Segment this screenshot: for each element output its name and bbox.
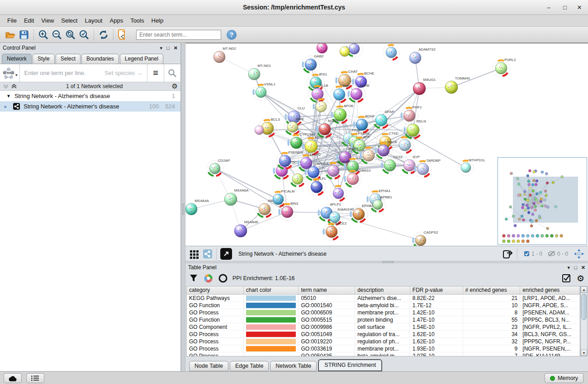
export-network-icon[interactable] <box>503 248 513 259</box>
tree-expand-icon[interactable]: ▼ <box>6 94 11 98</box>
network-options-gear-icon[interactable]: ⚙ <box>172 82 178 90</box>
collapse-all-icon[interactable] <box>3 84 9 89</box>
node-EPHA5[interactable]: EPHA5 <box>350 204 374 223</box>
node-MTHFD1L[interactable]: MTHFD1L <box>458 158 486 176</box>
string-logo-icon[interactable]: STRING <box>2 66 15 80</box>
scroll-up-arrow[interactable]: ▲ <box>581 286 587 293</box>
string-source-caret-icon[interactable]: ▾ <box>15 73 18 77</box>
automation-cloud-button[interactable] <box>4 373 22 383</box>
grid-mode-icon[interactable] <box>189 249 199 259</box>
node-ADAM10[interactable]: ADAM10 <box>344 169 371 188</box>
node-CD33[interactable]: CD33 <box>381 155 403 174</box>
help-button[interactable]: ? <box>227 30 237 40</box>
set-species-label[interactable]: Set species → <box>104 70 142 76</box>
table-row[interactable]: GO FunctionGO:0001540beta-amyloid bi...1… <box>187 302 580 309</box>
menu-edit[interactable]: Edit <box>20 16 38 25</box>
node-SMUG1[interactable]: SMUG1 <box>413 78 436 95</box>
zoom-out-button[interactable] <box>50 28 64 41</box>
splitter-grip[interactable] <box>182 203 184 215</box>
panel-undock-icon[interactable]: □ <box>166 45 170 51</box>
table-row[interactable]: GO ProcessGO:0051049regulation of tra...… <box>187 331 580 338</box>
zoom-selected-button[interactable] <box>77 28 91 41</box>
node-GFAP[interactable]: GFAP <box>373 110 394 129</box>
node-BCHE[interactable]: BCHE <box>352 71 375 91</box>
menu-file[interactable]: File <box>4 16 20 25</box>
column-header-1[interactable]: chart color <box>244 286 299 294</box>
column-header-6[interactable]: enriched genes <box>520 286 580 294</box>
tab-edge-table[interactable]: Edge Table <box>230 361 269 371</box>
table-row[interactable]: GO ProcessGO:0019220regulation of ph...1… <box>187 338 580 345</box>
string-network-mode-icon[interactable] <box>203 249 213 259</box>
column-header-4[interactable]: FDR p-value <box>410 286 463 294</box>
menu-select[interactable]: Select <box>57 16 81 25</box>
node-BACE2[interactable]: BACE2 <box>323 221 347 241</box>
table-row[interactable]: GO ProcessGO:0050435beta-amyloid m...2.0… <box>187 352 580 356</box>
clone-network-button[interactable] <box>116 28 130 41</box>
node-PSENEN[interactable]: PSENEN <box>276 150 303 170</box>
zoom-in-button[interactable] <box>37 28 50 41</box>
tab-boundaries[interactable]: Boundaries <box>81 54 119 64</box>
save-session-button[interactable] <box>17 28 31 41</box>
node-GAB2[interactable]: GAB2 <box>302 54 324 74</box>
string-query-placeholder[interactable]: Enter one term per line. <box>20 70 105 76</box>
network-collection-row[interactable]: ▼ String Network - Alzheimer's disease 1 <box>0 91 180 101</box>
menu-apps[interactable]: Apps <box>106 16 127 25</box>
string-options-button[interactable]: ≡ <box>147 64 164 82</box>
table-row[interactable]: GO ProcessGO:0006509membrane prot...1.42… <box>187 309 580 316</box>
menu-tools[interactable]: Tools <box>127 16 147 25</box>
node[interactable] <box>340 47 350 56</box>
memory-button[interactable]: Memory <box>545 373 583 383</box>
node-MT-ND2[interactable]: MT-ND2 <box>213 47 236 63</box>
zoom-fit-button[interactable] <box>64 28 77 41</box>
node[interactable] <box>317 43 327 53</box>
menu-layout[interactable]: Layout <box>81 16 106 25</box>
tab-network[interactable]: Network <box>2 54 32 64</box>
menu-help[interactable]: Help <box>148 16 167 25</box>
column-header-2[interactable]: term name <box>299 286 355 294</box>
tab-network-table[interactable]: Network Table <box>270 361 317 371</box>
search-input[interactable] <box>136 30 221 40</box>
node-TNF[interactable]: TNF <box>331 84 350 103</box>
filter-funnel-icon[interactable] <box>189 274 198 283</box>
minimize-button[interactable]: – <box>542 4 555 12</box>
node[interactable] <box>255 126 264 135</box>
pan-compass-icon[interactable] <box>574 248 584 259</box>
open-in-string-button[interactable] <box>220 248 232 260</box>
open-session-button[interactable] <box>4 28 17 41</box>
select-columns-icon[interactable] <box>562 274 571 283</box>
maximize-button[interactable]: □ <box>558 4 572 12</box>
panel-close-icon[interactable]: ✕ <box>174 45 178 51</box>
node[interactable] <box>383 44 400 61</box>
table-vertical-scrollbar[interactable]: ▲ ▼ <box>580 286 588 356</box>
node-ADAMTS2[interactable]: ADAMTS2 <box>409 47 436 64</box>
panel-undock-icon[interactable]: □ <box>574 265 577 270</box>
tab-style[interactable]: Style <box>33 54 55 64</box>
node-MS4A4A[interactable]: MS4A4A <box>185 199 209 215</box>
expand-all-icon[interactable] <box>11 84 17 89</box>
node-CADPS2[interactable]: CADPS2 <box>413 230 439 246</box>
table-row[interactable]: GO ProcessGO:0033619membrane prot...1.93… <box>187 345 580 352</box>
string-search-button[interactable] <box>164 64 180 82</box>
node-TARDBP[interactable]: TARDBP <box>414 159 441 178</box>
birds-eye-view[interactable] <box>498 157 587 245</box>
ring-chart-icon[interactable] <box>218 273 228 283</box>
scroll-down-arrow[interactable]: ▼ <box>581 350 587 356</box>
table-settings-gear-icon[interactable]: ⚙ <box>577 273 584 284</box>
column-header-0[interactable]: category <box>187 286 244 294</box>
scrollbar-thumb[interactable] <box>581 294 587 320</box>
tab-string-enrichment[interactable]: STRING Enrichment <box>318 359 382 371</box>
panel-float-icon[interactable]: ▾ <box>160 45 163 51</box>
table-row[interactable]: GO ComponentGO:0009986cell surface1.54E-… <box>187 323 580 331</box>
close-button[interactable]: ✕ <box>573 4 586 12</box>
menu-view[interactable]: View <box>38 16 57 25</box>
node-MT-ND1[interactable]: MT-ND1 <box>248 64 271 80</box>
donut-chart-icon[interactable] <box>204 273 213 283</box>
tab-node-table[interactable]: Node Table <box>189 361 228 371</box>
column-header-5[interactable]: # enriched genes <box>463 286 521 294</box>
vertical-splitter[interactable] <box>181 43 185 371</box>
network-row-selected[interactable]: ● String Network - Alzheimer's disease 1… <box>0 101 180 112</box>
table-row[interactable]: GO FunctionGO:0005515protein binding1.47… <box>187 316 580 323</box>
column-header-3[interactable]: description <box>355 286 410 294</box>
refresh-button[interactable] <box>97 28 110 41</box>
task-history-button[interactable] <box>26 373 44 383</box>
